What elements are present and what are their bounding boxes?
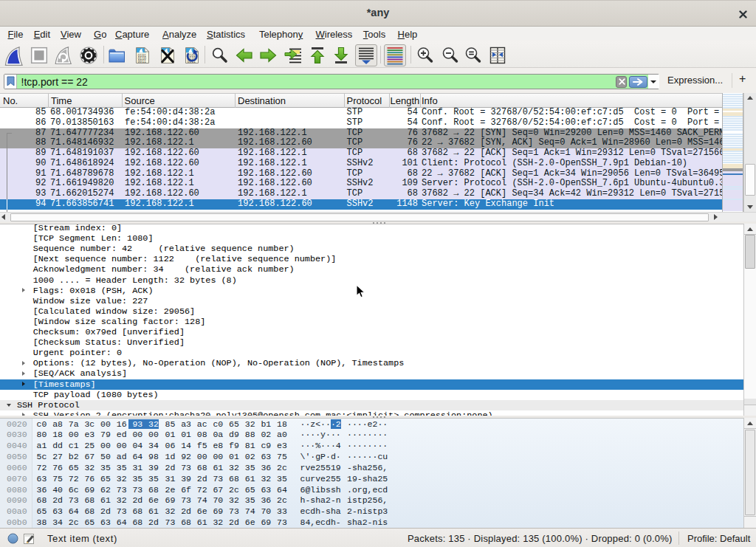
svg-text:0011: 0011 bbox=[137, 60, 146, 63]
